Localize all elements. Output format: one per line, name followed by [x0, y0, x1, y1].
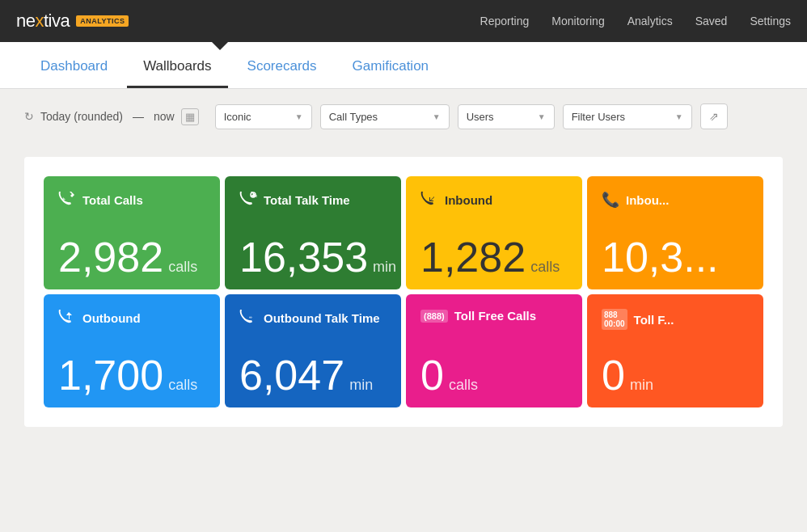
topnav: nextiva ANALYTICS Reporting Monitoring A… [0, 0, 807, 42]
total-calls-value: 2,982 [58, 236, 163, 278]
toll-free-time-title: Toll F... [634, 313, 674, 327]
view-type-arrow: ▼ [295, 112, 303, 121]
toll-free-time-icon: 88800:00 [602, 309, 627, 330]
toll-free-calls-title: Toll Free Calls [454, 309, 536, 323]
nav-saved[interactable]: Saved [695, 15, 728, 27]
total-calls-value-row: 2,982 calls [58, 236, 204, 278]
filter-users-dropdown[interactable]: Filter Users ▼ [563, 104, 692, 129]
outbound-talk-time-title: Outbound Talk Time [264, 311, 380, 325]
card-outbound-talk-time[interactable]: ∞ Outbound Talk Time 6,047 min [225, 294, 401, 407]
card-total-talk-time[interactable]: 00:00 Total Talk Time 16,353 min [225, 176, 401, 289]
card-outbound[interactable]: Outbound 1,700 calls [44, 294, 220, 407]
filter-users-value: Filter Users [572, 111, 625, 123]
cards-grid: Total Calls 2,982 calls 00:00 [44, 176, 763, 407]
card-total-talk-time-header: 00:00 Total Talk Time [239, 191, 385, 209]
view-type-dropdown[interactable]: Iconic ▼ [215, 104, 312, 129]
nav-links: Reporting Monitoring Analytics Saved Set… [480, 15, 791, 27]
view-type-value: Iconic [224, 111, 251, 123]
date-range-label: ↻ Today (rounded) — now ▦ [24, 108, 199, 125]
svg-text:00:00: 00:00 [251, 194, 258, 198]
inbound-value: 1,282 [420, 236, 526, 278]
outbound-unit: calls [168, 377, 197, 394]
tab-scorecards[interactable]: Scorecards [231, 58, 333, 88]
outbound-value-row: 1,700 calls [58, 354, 204, 396]
outbound-talk-time-value: 6,047 [239, 354, 344, 396]
outbound-value: 1,700 [58, 354, 163, 396]
inbound-talk-time-icon: 📞 [602, 191, 619, 209]
logo-n: ne [16, 11, 35, 31]
toolbar: ↻ Today (rounded) — now ▦ Iconic ▼ Call … [0, 89, 807, 141]
inbound-title: Inbound [445, 193, 492, 207]
card-inbound-header: Inbound [420, 191, 566, 209]
total-talk-time-unit: min [373, 259, 396, 276]
call-types-arrow: ▼ [433, 112, 441, 121]
logo-tiva: tiva [44, 11, 70, 31]
card-total-calls[interactable]: Total Calls 2,982 calls [44, 176, 220, 289]
total-talk-time-value: 16,353 [239, 236, 368, 278]
total-talk-time-icon: 00:00 [239, 191, 257, 209]
total-calls-title: Total Calls [82, 193, 143, 207]
date-separator: — [133, 110, 144, 123]
tab-gamification[interactable]: Gamification [336, 58, 445, 88]
card-toll-free-time[interactable]: 88800:00 Toll F... 0 min [587, 294, 763, 407]
outbound-talk-time-value-row: 6,047 min [239, 354, 385, 396]
tab-wallboards[interactable]: Wallboards [127, 58, 227, 88]
nav-reporting[interactable]: Reporting [480, 15, 530, 27]
nav-analytics[interactable]: Analytics [627, 15, 673, 27]
nav-monitoring[interactable]: Monitoring [551, 15, 604, 27]
tab-dashboard[interactable]: Dashboard [24, 58, 124, 88]
calendar-icon[interactable]: ▦ [181, 108, 199, 125]
date-start: Today (rounded) [40, 110, 123, 123]
users-arrow: ▼ [538, 112, 546, 121]
nav-settings[interactable]: Settings [750, 15, 791, 27]
users-value: Users [467, 111, 494, 123]
total-talk-time-title: Total Talk Time [264, 193, 350, 207]
wallboard-content: Total Calls 2,982 calls 00:00 [0, 141, 807, 443]
filter-users-arrow: ▼ [675, 112, 683, 121]
inbound-talk-time-title: Inbou... [626, 193, 669, 207]
date-end: now [154, 110, 175, 123]
total-talk-time-value-row: 16,353 min [239, 236, 385, 278]
cards-container: Total Calls 2,982 calls 00:00 [24, 157, 783, 427]
toll-free-calls-value: 0 [420, 354, 444, 396]
export-button[interactable]: ⇗ [700, 103, 728, 129]
total-calls-icon [58, 191, 76, 209]
inbound-icon [420, 191, 438, 209]
outbound-title: Outbound [82, 311, 141, 325]
logo-text: nextiva [16, 11, 70, 32]
call-types-dropdown[interactable]: Call Types ▼ [320, 104, 450, 129]
toll-free-time-unit: min [630, 377, 653, 394]
toll-free-calls-icon: (888) [420, 310, 448, 323]
svg-text:∞: ∞ [249, 315, 252, 319]
outbound-icon [58, 309, 76, 327]
card-toll-free-calls[interactable]: (888) Toll Free Calls 0 calls [406, 294, 582, 407]
card-inbound[interactable]: Inbound 1,282 calls [406, 176, 582, 289]
toll-free-time-value-row: 0 min [602, 354, 747, 396]
card-outbound-header: Outbound [58, 309, 204, 327]
call-types-value: Call Types [329, 111, 378, 123]
refresh-icon[interactable]: ↻ [24, 110, 34, 123]
outbound-talk-time-unit: min [349, 377, 373, 394]
card-outbound-talk-time-header: ∞ Outbound Talk Time [239, 309, 385, 327]
nav-arrow [212, 42, 228, 50]
toll-free-calls-value-row: 0 calls [420, 354, 566, 396]
inbound-talk-time-value: 10,3... [602, 236, 719, 278]
logo-dot: x [35, 11, 44, 31]
inbound-value-row: 1,282 calls [420, 236, 566, 278]
toll-free-time-value: 0 [602, 354, 625, 396]
card-inbound-talk-time[interactable]: 📞 Inbou... 10,3... [587, 176, 763, 289]
card-total-calls-header: Total Calls [58, 191, 204, 209]
tabs-section: Dashboard Wallboards Scorecards Gamifica… [0, 42, 807, 89]
card-inbound-talk-time-header: 📞 Inbou... [602, 191, 747, 209]
inbound-unit: calls [530, 259, 560, 276]
export-icon: ⇗ [709, 110, 719, 123]
inbound-talk-time-value-row: 10,3... [602, 236, 747, 278]
analytics-badge: ANALYTICS [76, 15, 129, 27]
outbound-talk-time-icon: ∞ [239, 309, 257, 327]
users-dropdown[interactable]: Users ▼ [458, 104, 555, 129]
logo-area: nextiva ANALYTICS [16, 11, 129, 32]
toll-free-calls-unit: calls [449, 377, 478, 394]
total-calls-unit: calls [168, 259, 197, 276]
card-toll-free-calls-header: (888) Toll Free Calls [420, 309, 566, 323]
card-toll-free-time-header: 88800:00 Toll F... [602, 309, 747, 330]
